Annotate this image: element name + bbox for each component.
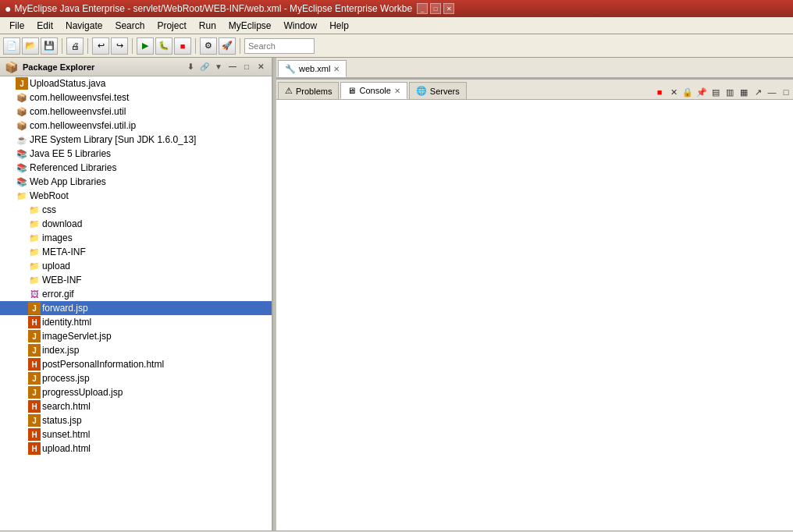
console-minimize-btn[interactable]: — xyxy=(765,85,779,99)
server-btn[interactable]: ⚙ xyxy=(200,37,217,55)
tree-item-searchhtml[interactable]: Hsearch.html xyxy=(0,399,272,413)
tree-item-webinf[interactable]: 📁WEB-INF xyxy=(0,273,272,287)
tree-icon-statusjsp: J xyxy=(28,414,41,427)
tb-sep-5 xyxy=(240,38,240,54)
console-view-btn2[interactable]: ▥ xyxy=(723,85,737,99)
tree-item-webapplibs[interactable]: 📚Web App Libraries xyxy=(0,175,272,189)
main-area: 📦 Package Explorer ⬇ 🔗 ▼ — □ ✕ JUploadSt… xyxy=(0,58,793,530)
redo-button[interactable]: ↪ xyxy=(111,37,128,55)
tree-item-pkg2[interactable]: 📦com.helloweenvsfei.util xyxy=(0,105,272,119)
deploy-btn[interactable]: 🚀 xyxy=(219,37,236,55)
tree-item-uploadhtml[interactable]: Hupload.html xyxy=(0,442,272,456)
tree-label-webroot: WebRoot xyxy=(30,190,69,201)
tree-item-jre[interactable]: ☕JRE System Library [Sun JDK 1.6.0_13] xyxy=(0,133,272,147)
tree-item-pkg1[interactable]: 📦com.helloweenvsfei.test xyxy=(0,90,272,105)
maximize-panel-button[interactable]: □ xyxy=(240,61,253,73)
tree-item-forwardjsp[interactable]: Jforward.jsp xyxy=(0,301,272,315)
menu-item-run[interactable]: Run xyxy=(193,19,222,33)
collapse-all-button[interactable]: ⬇ xyxy=(184,61,197,73)
minimize-button[interactable]: _ xyxy=(417,3,428,14)
stop-console-button[interactable]: ■ xyxy=(653,85,667,99)
tree-item-metainf[interactable]: 📁META-INF xyxy=(0,245,272,259)
tree-label-metainf: META-INF xyxy=(42,246,86,257)
tree-item-css[interactable]: 📁css xyxy=(0,203,272,217)
tab-console-close[interactable]: ✕ xyxy=(394,87,400,95)
save-button[interactable]: 💾 xyxy=(41,37,58,55)
maximize-button[interactable]: □ xyxy=(430,3,441,14)
tree-icon-images: 📁 xyxy=(28,232,41,244)
menu-bar: FileEditNavigateSearchProjectRunMyEclips… xyxy=(0,17,793,34)
tree-item-sunsethtml[interactable]: Hsunset.html xyxy=(0,427,272,442)
tree-label-searchhtml: search.html xyxy=(42,401,91,412)
minimize-panel-button[interactable]: — xyxy=(226,61,239,73)
tree-item-imageservletjsp[interactable]: JimageServlet.jsp xyxy=(0,329,272,343)
search-input[interactable] xyxy=(248,41,311,51)
close-panel-button[interactable]: ✕ xyxy=(254,61,267,73)
menu-item-project[interactable]: Project xyxy=(151,19,192,33)
console-view-btn1[interactable]: ▤ xyxy=(709,85,723,99)
menu-item-navigate[interactable]: Navigate xyxy=(59,19,108,33)
menu-item-search[interactable]: Search xyxy=(108,19,151,33)
tree-label-javaee: Java EE 5 Libraries xyxy=(30,148,111,159)
title-controls: _ □ ✕ xyxy=(417,3,454,14)
tree-label-jre: JRE System Library [Sun JDK 1.6.0_13] xyxy=(30,134,196,145)
tab-webxml-icon: 🔧 xyxy=(285,64,296,74)
tab-webxml[interactable]: 🔧 web.xml ✕ xyxy=(278,60,347,77)
tab-problems[interactable]: ⚠ Problems xyxy=(278,82,339,99)
tb-sep-4 xyxy=(195,38,196,54)
stop-button[interactable]: ■ xyxy=(174,37,191,55)
tree-item-images[interactable]: 📁images xyxy=(0,231,272,245)
tree-item-reflibs[interactable]: 📚Referenced Libraries xyxy=(0,161,272,175)
menu-item-edit[interactable]: Edit xyxy=(30,19,59,33)
tab-servers[interactable]: 🌐 Servers xyxy=(409,82,467,99)
run-button[interactable]: ▶ xyxy=(137,37,154,55)
package-explorer-panel: 📦 Package Explorer ⬇ 🔗 ▼ — □ ✕ JUploadSt… xyxy=(0,58,273,530)
console-view-btn4[interactable]: ↗ xyxy=(751,85,765,99)
tree-icon-errorgif: 🖼 xyxy=(28,288,41,300)
menu-item-window[interactable]: Window xyxy=(278,19,324,33)
tree-item-upload[interactable]: 📁upload xyxy=(0,259,272,273)
tree-item-webroot[interactable]: 📁WebRoot xyxy=(0,189,272,203)
app-icon: ● xyxy=(5,2,11,15)
panel-menu-button[interactable]: ▼ xyxy=(212,61,225,73)
tree-icon-searchhtml: H xyxy=(28,400,41,413)
open-button[interactable]: 📂 xyxy=(22,37,39,55)
tree-item-indexjsp[interactable]: Jindex.jsp xyxy=(0,343,272,357)
close-button[interactable]: ✕ xyxy=(443,3,454,14)
tree-icon-pkg3: 📦 xyxy=(16,119,28,132)
console-maximize-btn[interactable]: □ xyxy=(779,85,793,99)
tree-item-postpersonalhtml[interactable]: HpostPersonalInformation.html xyxy=(0,357,272,371)
scroll-lock-button[interactable]: 🔒 xyxy=(681,85,695,99)
tab-webxml-close[interactable]: ✕ xyxy=(333,65,340,73)
tree-item-javaee[interactable]: 📚Java EE 5 Libraries xyxy=(0,147,272,161)
new-button[interactable]: 📄 xyxy=(3,37,20,55)
tree-item-download[interactable]: 📁download xyxy=(0,217,272,231)
console-view-btn3[interactable]: ▦ xyxy=(737,85,751,99)
undo-button[interactable]: ↩ xyxy=(92,37,109,55)
tb-sep-3 xyxy=(132,38,133,54)
tree-item-uploadstatus[interactable]: JUploadStatus.java xyxy=(0,76,272,90)
tree-item-statusjsp[interactable]: Jstatus.jsp xyxy=(0,413,272,427)
print-button[interactable]: 🖨 xyxy=(66,37,84,55)
tree-item-pkg3[interactable]: 📦com.helloweenvsfei.util.ip xyxy=(0,119,272,133)
menu-item-help[interactable]: Help xyxy=(323,19,355,33)
tab-console[interactable]: 🖥 Console ✕ xyxy=(340,82,407,99)
debug-button[interactable]: 🐛 xyxy=(155,37,172,55)
tree-label-images: images xyxy=(42,232,73,243)
toolbar-area: 📄 📂 💾 🖨 ↩ ↪ ▶ 🐛 ■ ⚙ 🚀 xyxy=(0,34,793,58)
menu-item-myeclipse[interactable]: MyEclipse xyxy=(222,19,278,33)
clear-console-button[interactable]: ✕ xyxy=(667,85,681,99)
pin-console-button[interactable]: 📌 xyxy=(695,85,709,99)
tree-item-identityhtml[interactable]: Hidentity.html xyxy=(0,315,272,329)
console-icon: 🖥 xyxy=(347,86,356,95)
menu-item-file[interactable]: File xyxy=(3,19,30,33)
tab-problems-label: Problems xyxy=(296,87,332,96)
tree-label-webapplibs: Web App Libraries xyxy=(30,176,106,187)
tree-item-processjsp[interactable]: Jprocess.jsp xyxy=(0,371,272,385)
tree-label-errorgif: error.gif xyxy=(42,289,74,300)
tree-item-errorgif[interactable]: 🖼error.gif xyxy=(0,287,272,301)
tree-item-progressuploadjsp[interactable]: JprogressUpload.jsp xyxy=(0,385,272,399)
link-editor-button[interactable]: 🔗 xyxy=(198,61,211,73)
tree-icon-webinf: 📁 xyxy=(28,274,41,286)
tb-sep-1 xyxy=(62,38,62,54)
